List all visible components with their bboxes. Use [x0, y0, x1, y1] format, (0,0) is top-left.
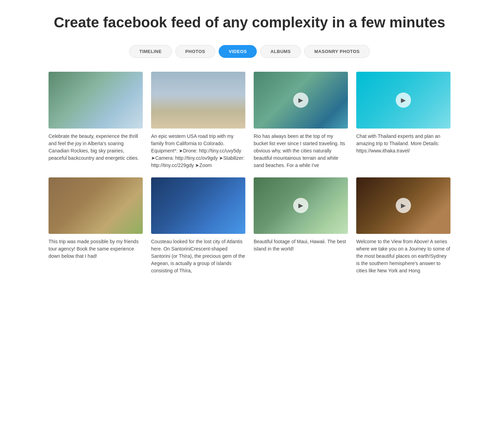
card-6: Cousteau looked for the lost city of Atl…	[151, 177, 245, 274]
card-thumbnail-7[interactable]: ▶	[254, 177, 348, 234]
card-3: ▶Rio has always been at the top of my bu…	[254, 72, 348, 169]
card-thumbnail-5[interactable]	[49, 177, 143, 234]
card-thumbnail-1[interactable]	[49, 72, 143, 128]
card-text-4: Chat with Thailand experts and plan an a…	[356, 133, 450, 155]
play-icon-7[interactable]: ▶	[293, 198, 308, 213]
card-thumbnail-4[interactable]: ▶	[356, 72, 450, 128]
play-icon-8[interactable]: ▶	[396, 198, 411, 213]
card-5: This trip was made possible by my friend…	[49, 177, 143, 274]
page-wrapper: Create facebook feed of any complexity i…	[42, 0, 457, 297]
card-4: ▶Chat with Thailand experts and plan an …	[356, 72, 450, 169]
tab-photos[interactable]: PHOTOS	[175, 45, 216, 58]
play-icon-3[interactable]: ▶	[293, 93, 308, 108]
cards-grid: Celebrate the beauty, experience the thr…	[49, 72, 450, 274]
card-text-3: Rio has always been at the top of my buc…	[254, 133, 348, 169]
card-text-6: Cousteau looked for the lost city of Atl…	[151, 238, 245, 274]
tab-videos[interactable]: VIDEOS	[219, 45, 257, 58]
tab-timeline[interactable]: TIMELINE	[129, 45, 172, 58]
tab-masonry[interactable]: MASONRY PHOTOS	[304, 45, 370, 58]
tabs-bar: TIMELINEPHOTOSVIDEOSALBUMSMASONRY PHOTOS	[49, 45, 450, 58]
card-thumbnail-2[interactable]	[151, 72, 245, 128]
card-thumbnail-8[interactable]: ▶	[356, 177, 450, 234]
card-thumbnail-3[interactable]: ▶	[254, 72, 348, 128]
card-1: Celebrate the beauty, experience the thr…	[49, 72, 143, 169]
card-text-8: Welcome to the View from Above! A series…	[356, 238, 450, 274]
card-text-5: This trip was made possible by my friend…	[49, 238, 143, 260]
card-text-1: Celebrate the beauty, experience the thr…	[49, 133, 143, 162]
card-text-2: An epic western USA road trip with my fa…	[151, 133, 245, 169]
card-2: An epic western USA road trip with my fa…	[151, 72, 245, 169]
hero-title: Create facebook feed of any complexity i…	[49, 14, 450, 31]
card-text-7: Beautiful footage of Maui, Hawaii. The b…	[254, 238, 348, 253]
play-icon-4[interactable]: ▶	[396, 93, 411, 108]
card-thumbnail-6[interactable]	[151, 177, 245, 234]
card-8: ▶Welcome to the View from Above! A serie…	[356, 177, 450, 274]
card-7: ▶Beautiful footage of Maui, Hawaii. The …	[254, 177, 348, 274]
tab-albums[interactable]: ALBUMS	[260, 45, 301, 58]
